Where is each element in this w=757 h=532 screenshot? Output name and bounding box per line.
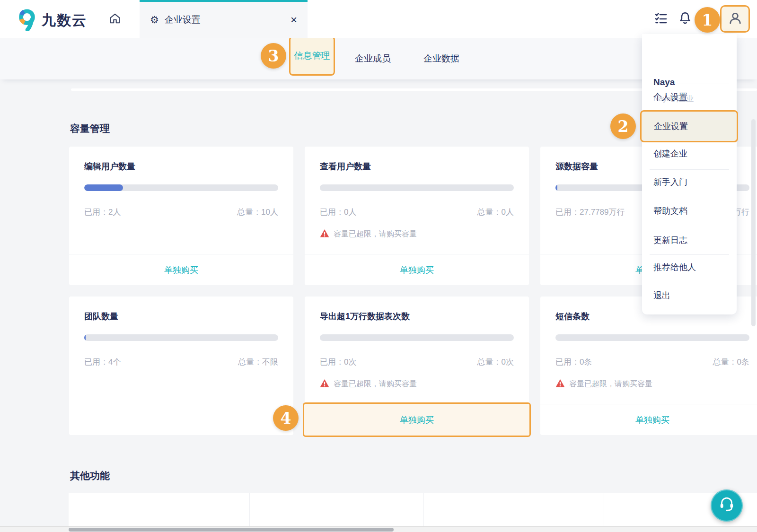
menu-item-changelog[interactable]: 更新日志 [653, 235, 687, 246]
step-badge-2: 2 [610, 113, 636, 139]
card-edit-users: 编辑用户数量 已用：2人 总量：10人 单独购买 [69, 147, 293, 285]
user-name: Naya [653, 77, 675, 87]
vertical-scrollbar[interactable] [751, 119, 756, 326]
divider [650, 254, 729, 255]
tab-enterprise-settings[interactable]: ⚙ 企业设置 × [140, 0, 308, 38]
tab-enterprise-members[interactable]: 企业成员 [355, 52, 391, 65]
notifications-button[interactable] [678, 11, 693, 26]
home-button[interactable] [108, 12, 122, 26]
horizontal-scrollbar-track[interactable] [0, 526, 757, 532]
section-title-capacity: 容量管理 [70, 122, 110, 135]
card-title: 团队数量 [84, 311, 278, 322]
brand-logo-icon [16, 8, 38, 33]
tab-enterprise-data[interactable]: 企业数据 [423, 52, 459, 65]
divider [249, 493, 250, 526]
buy-separately-link[interactable]: 单独购买 [400, 414, 434, 426]
bell-icon [679, 11, 691, 26]
task-list-icon [655, 12, 667, 26]
user-icon [728, 11, 742, 27]
card-footer: 单独购买 [540, 404, 757, 435]
menu-item-create-enterprise[interactable]: 创建企业 [653, 148, 687, 159]
divider [604, 493, 604, 526]
divider [650, 84, 729, 84]
menu-item-getting-started[interactable]: 新手入门 [653, 176, 687, 188]
card-footer-highlighted: 单独购买 [303, 402, 531, 437]
total-value: 总量：0次 [477, 357, 514, 367]
used-value: 已用：27.7789万行 [555, 207, 625, 218]
warning-icon [320, 379, 329, 390]
other-features-row [69, 493, 757, 526]
step-badge-3: 3 [261, 43, 286, 69]
progress-bar [84, 184, 278, 191]
progress-bar [555, 334, 749, 341]
tab-label: 企业设置 [165, 14, 201, 26]
used-value: 已用：4个 [84, 357, 121, 367]
gear-icon: ⚙ [150, 14, 159, 26]
warning-text: 容量已超限，请购买容量 [334, 379, 417, 389]
progress-fill [84, 334, 86, 341]
task-list-button[interactable] [653, 11, 669, 26]
user-dropdown-menu: Naya Naya的企业 个人设置 企业设置 创建企业 新手入门 帮助文档 更新… [642, 34, 737, 314]
progress-bar [84, 334, 278, 341]
home-icon [109, 12, 121, 26]
step-badge-1: 1 [695, 7, 720, 33]
used-value: 已用：0次 [320, 357, 356, 367]
total-value: 总量：10人 [237, 207, 278, 218]
card-title: 导出超1万行数据表次数 [320, 311, 514, 322]
buy-separately-link[interactable]: 单独购买 [635, 414, 669, 426]
tab-info-management[interactable]: 信息管理 [294, 50, 330, 62]
progress-fill [555, 184, 557, 191]
buy-separately-link[interactable]: 单独购买 [400, 264, 434, 276]
menu-item-logout[interactable]: 退出 [653, 290, 670, 301]
total-value: 总量：不限 [238, 357, 278, 367]
brand-logo[interactable]: 九数云 [16, 8, 87, 33]
card-export-large-tables: 导出超1万行数据表次数 已用：0次 总量：0次 容量已超限，请购买容量 单独购买 [305, 297, 529, 435]
tab-info-management-highlight[interactable]: 信息管理 [289, 36, 335, 76]
divider [423, 493, 424, 526]
menu-item-help-docs[interactable]: 帮助文档 [653, 205, 687, 217]
horizontal-scrollbar-thumb[interactable] [69, 528, 394, 532]
menu-item-enterprise-settings[interactable]: 企业设置 [640, 110, 738, 142]
progress-fill [84, 184, 123, 191]
customer-service-button[interactable] [711, 489, 743, 522]
user-avatar-button[interactable] [720, 5, 750, 33]
total-value: 总量：0人 [477, 207, 514, 218]
used-value: 已用：0人 [320, 207, 356, 218]
headset-icon [718, 497, 735, 515]
section-title-other-features: 其他功能 [70, 469, 110, 482]
card-footer: 单独购买 [69, 254, 293, 285]
brand-name: 九数云 [42, 11, 87, 30]
card-title: 查看用户数量 [320, 161, 514, 172]
progress-bar [320, 334, 514, 341]
card-view-users: 查看用户数量 已用：0人 总量：0人 容量已超限，请购买容量 单独购买 [305, 147, 529, 285]
menu-item-personal-settings[interactable]: 个人设置 [653, 91, 687, 103]
card-title: 编辑用户数量 [84, 161, 278, 172]
card-footer: 单独购买 [305, 254, 529, 285]
card-team-count: 团队数量 已用：4个 总量：不限 [69, 297, 293, 435]
warning-icon [320, 229, 329, 240]
menu-item-recommend[interactable]: 推荐给他人 [653, 262, 696, 273]
divider [650, 283, 729, 283]
total-value: 总量：0条 [713, 357, 749, 367]
close-icon[interactable]: × [290, 14, 297, 26]
divider [650, 169, 729, 170]
card-sms-count: 短信条数 已用：0条 总量：0条 容量已超限，请购买容量 单独购买 [540, 297, 757, 435]
top-bar: 九数云 ⚙ 企业设置 × [0, 0, 757, 38]
warning-text: 容量已超限，请购买容量 [569, 379, 652, 389]
step-badge-4: 4 [273, 405, 299, 431]
buy-separately-link[interactable]: 单独购买 [164, 264, 198, 276]
used-value: 已用：0条 [555, 357, 592, 367]
warning-icon [555, 379, 565, 390]
enterprise-settings-page: 九数云 ⚙ 企业设置 × [0, 0, 757, 532]
progress-bar [320, 184, 514, 191]
used-value: 已用：2人 [84, 207, 121, 218]
warning-text: 容量已超限，请购买容量 [334, 229, 417, 239]
